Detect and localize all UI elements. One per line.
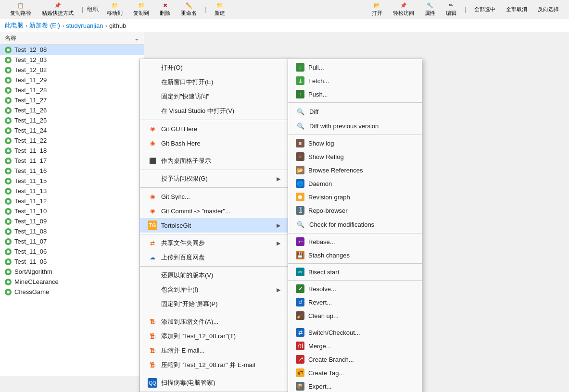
diff-prev-icon: 🔍 (296, 121, 305, 131)
menu-item-label: Git Bash Here (161, 140, 201, 147)
delete-btn[interactable]: ✖ 删除 (155, 0, 175, 19)
select-none-btn[interactable]: 全部取消 (502, 3, 531, 15)
submenu-item-create-tag[interactable]: 🏷Create Tag... (288, 366, 422, 380)
create-tag-icon: 🏷 (296, 368, 304, 377)
breadcrumb-item-1[interactable]: 新加卷 (E:) (29, 21, 60, 30)
properties-icon: 🔧 (427, 2, 433, 9)
delete-icon: ✖ (163, 2, 167, 9)
context-menu-item-scan-virus[interactable]: QQ扫描病毒(电脑管家) (140, 376, 288, 390)
submenu-item-daemon[interactable]: 🌐Daemon (288, 177, 422, 190)
submenu-item-merge[interactable]: ⛙Merge... (288, 339, 422, 353)
context-menu-item-open-new-window[interactable]: 在新窗口中打开(E) (140, 75, 288, 89)
menu-separator (140, 120, 288, 120)
menu-item-label: Git GUI Here (161, 125, 197, 133)
create-branch-icon: ⎇ (296, 355, 304, 364)
submenu-item-pull[interactable]: ↓Pull... (288, 61, 422, 74)
submenu-item-stash[interactable]: 💾Stash changes (288, 248, 422, 262)
git2-icon: ◉ (148, 206, 157, 216)
open-btn[interactable]: 📂 打开 (367, 0, 387, 19)
submenu-item-repo-browser[interactable]: 🗄Repo-browser (288, 204, 422, 217)
check-mod-icon: 🔍 (296, 220, 305, 229)
context-menu-item-add-rar[interactable]: 🗜添加到 "Test_12_08.rar"(T) (140, 329, 288, 343)
submenu-item-resolve[interactable]: ✔Resolve... (288, 282, 422, 295)
breadcrumb-item-0[interactable]: 此电脑 (5, 21, 24, 30)
menu-item-label: 扫描病毒(电脑管家) (161, 379, 215, 387)
context-menu-item-git-gui[interactable]: ◉Git GUI Here (140, 122, 288, 136)
context-menu-item-revert-version[interactable]: 还原以前的版本(V) (140, 268, 288, 282)
pull-icon: ↓ (296, 63, 304, 72)
primary-context-menu: 打开(O)在新窗口中打开(E)固定到"快速访问"在 Visual Studio … (139, 59, 289, 392)
submenu-item-check-mod[interactable]: 🔍Check for modifications (288, 217, 422, 232)
revert-icon: ↺ (296, 298, 304, 306)
properties-btn[interactable]: 🔧 属性 (420, 0, 440, 19)
context-menu-item-open[interactable]: 打开(O) (140, 61, 288, 75)
submenu-item-revert[interactable]: ↺Revert... (288, 295, 422, 309)
edit-icon: ✏ (449, 2, 453, 9)
new-icon: 📁 (216, 2, 223, 9)
divider2: | (203, 6, 208, 13)
context-menu-item-share-sync[interactable]: ⇄共享文件夹同步▶ (140, 236, 288, 250)
context-menu-item-git-bash[interactable]: ◉Git Bash Here (140, 136, 288, 150)
menu-separator (140, 374, 288, 374)
submenu-item-browse-refs[interactable]: 📂Browse References (288, 163, 422, 177)
menu-item-label: 授予访问权限(G) (161, 174, 208, 183)
menu-item-label: 包含到库中(I) (161, 285, 198, 294)
zip-icon: 🗜 (148, 317, 157, 327)
context-menu-item-grant-access[interactable]: 授予访问权限(G)▶ (140, 172, 288, 186)
submenu-item-label: Pull... (308, 64, 324, 71)
context-menu-item-compress-rar-email[interactable]: 🗜压缩到 "Test_12_08.rar" 并 E-mail (140, 358, 288, 372)
context-menu-item-git-sync[interactable]: ◉Git Sync... (140, 189, 288, 204)
context-menu-item-include-library[interactable]: 包含到库中(I)▶ (140, 282, 288, 297)
submenu-item-fetch[interactable]: ⤓Fetch... (288, 74, 422, 87)
menu-item-label: 作为桌面格子显示 (161, 157, 211, 165)
submenu-item-create-branch[interactable]: ⎇Create Branch... (288, 353, 422, 366)
context-menu-item-desktop-box[interactable]: ⬛作为桌面格子显示 (140, 154, 288, 168)
submenu-item-push[interactable]: ↑Push... (288, 87, 422, 101)
context-menu-item-tortoisegit[interactable]: TGTortoiseGit▶ (140, 218, 288, 233)
new-btn[interactable]: 📁 新建 (210, 0, 229, 19)
zip-icon: 🗜 (148, 360, 157, 370)
submenu-separator (288, 280, 422, 281)
paste-shortcut-btn[interactable]: 📌 粘贴快捷方式 (38, 0, 78, 19)
submenu-item-clean-up[interactable]: 🧹Clean up... (288, 309, 422, 322)
context-menu-item-pin-start[interactable]: 固定到"开始"屏幕(P) (140, 297, 288, 311)
easy-access-btn[interactable]: 📌 轻松访问 (389, 0, 418, 19)
submenu-item-export[interactable]: 📦Export... (288, 380, 422, 392)
invert-select-btn[interactable]: 反向选择 (533, 3, 563, 15)
submenu-item-show-log[interactable]: ≡Show log (288, 136, 422, 150)
context-menu-item-open-vs[interactable]: 在 Visual Studio 中打开(V) (140, 104, 288, 118)
push-icon: ↑ (296, 90, 304, 98)
context-menu-item-add-zip[interactable]: 🗜添加到压缩文件(A)... (140, 315, 288, 329)
open-icon (148, 63, 157, 73)
copy-btn[interactable]: 📁 复制到 (129, 0, 153, 19)
breadcrumb-item-2[interactable]: studyruanjian (66, 22, 103, 29)
bisect-icon: ✂ (296, 268, 304, 276)
submenu-item-rebase[interactable]: ↩Rebase... (288, 235, 422, 248)
submenu-item-diff[interactable]: 🔍Diff (288, 104, 422, 119)
menu-item-label: 在 Visual Studio 中打开(V) (161, 107, 234, 115)
edit-btn[interactable]: ✏ 编辑 (442, 0, 461, 19)
context-menu-item-compress-email[interactable]: 🗜压缩并 E-mail... (140, 343, 288, 358)
revision-graph-icon: ⬢ (296, 193, 304, 201)
diff-icon: 🔍 (296, 107, 305, 116)
context-menu-item-pin-quick-access[interactable]: 固定到"快速访问" (140, 89, 288, 104)
context-menu-item-baidu-upload[interactable]: ☁上传到百度网盘 (140, 250, 288, 265)
copy-path-btn[interactable]: 📋 复制路径 (6, 0, 36, 19)
submenu-item-bisect[interactable]: ✂Bisect start (288, 265, 422, 279)
submenu-item-diff-prev[interactable]: 🔍Diff with previous version (288, 119, 422, 133)
select-all-btn[interactable]: 全部选中 (470, 3, 500, 15)
submenu-arrow: ▶ (277, 176, 280, 182)
submenu-item-label: Export... (308, 383, 331, 390)
submenu-item-switch-checkout[interactable]: ⇄Switch/Checkout... (288, 326, 422, 339)
submenu-item-label: Browse References (308, 167, 363, 174)
submenu-separator (288, 324, 422, 324)
breadcrumb: 此电脑 › 新加卷 (E:) › studyruanjian › github (0, 19, 569, 32)
menu-separator (140, 266, 288, 267)
submenu-item-revision-graph[interactable]: ⬢Revision graph (288, 190, 422, 204)
rename-btn[interactable]: ✏️ 重命名 (177, 0, 201, 19)
fetch-icon: ⤓ (296, 76, 304, 85)
submenu-item-show-reflog[interactable]: ≡Show Reflog (288, 150, 422, 163)
context-menu-item-git-commit[interactable]: ◉Git Commit -> "master"... (140, 204, 288, 218)
breadcrumb-item-3[interactable]: github (109, 22, 126, 29)
move-btn[interactable]: 📁 移动到 (102, 0, 127, 19)
